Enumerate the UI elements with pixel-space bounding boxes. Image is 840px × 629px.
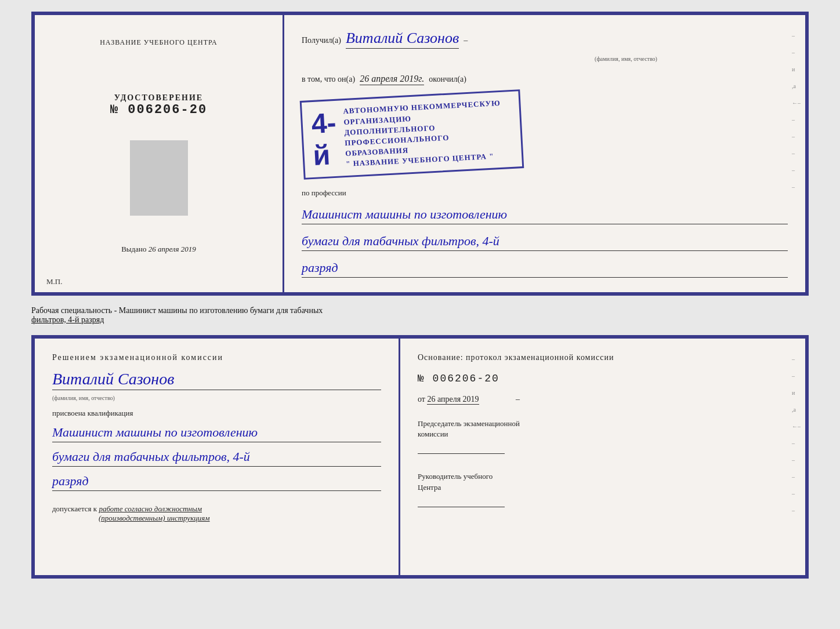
dopuskaetsya-value1: работе согласно должностным <box>99 504 202 513</box>
fio-label-bottom: (фамилия, имя, отчество) <box>52 395 381 401</box>
bottom-certificate: Решением экзаменационной комиссии Витали… <box>31 335 809 579</box>
rukovoditel-block: Руководитель учебного Центра <box>418 471 788 507</box>
person-name-bottom: Виталий Сазонов <box>52 370 381 390</box>
vtom-date: 26 апреля 2019г. <box>360 74 424 85</box>
stamp-block: 4-й АВТОНОМНУЮ НЕКОММЕРЧЕСКУЮ ОРГАНИЗАЦИ… <box>300 89 524 180</box>
dopuskaetsya-value2: (производственным) инструкциям <box>99 514 210 522</box>
vydano-date: 26 апреля 2019 <box>149 245 196 253</box>
okonchil-label: окончил(а) <box>429 75 466 84</box>
training-center-label: НАЗВАНИЕ УЧЕБНОГО ЦЕНТРА <box>100 38 218 47</box>
right-decorative: ––и,а←–––––– <box>792 32 801 190</box>
qual-line2: бумаги для табачных фильтров, 4-й <box>52 447 381 467</box>
rukovoditel-label: Руководитель учебного Центра <box>418 471 788 492</box>
osnovanie-label: Основание: протокол экзаменационной коми… <box>418 353 788 362</box>
rukovoditel-signature-line <box>418 496 505 507</box>
fio-label-top: (фамилия, имя, отчество) <box>464 56 788 62</box>
ot-date-block: от 26 апреля 2019 – <box>418 395 788 404</box>
photo-placeholder <box>130 140 188 216</box>
po-professii-label: по профессии <box>302 188 788 198</box>
qual-line3: разряд <box>52 471 381 491</box>
recipient-name: Виталий Сазонов <box>346 30 459 49</box>
profession-line2: бумаги для табачных фильтров, 4-й <box>302 231 788 251</box>
resheniem-label: Решением экзаменационной комиссии <box>52 353 381 362</box>
predsedatel-block: Председатель экзаменационной комиссии <box>418 419 788 454</box>
profession-line3: разряд <box>302 258 788 278</box>
between-line2: фильтров, 4-й разряд <box>31 315 104 324</box>
udostoverenie-number: № 006206-20 <box>110 103 207 117</box>
right-decorative-bottom: ––и,а←–––––– <box>792 356 801 514</box>
vydano-prefix: Выдано <box>121 245 146 253</box>
predsedatel-label: Председатель экзаменационной комиссии <box>418 419 788 439</box>
bottom-right-page: Основание: протокол экзаменационной коми… <box>400 339 805 575</box>
between-section-text: Рабочая специальность - Машинист машины … <box>31 303 809 328</box>
prisvoena-label: присвоена квалификация <box>52 409 381 418</box>
qual-line1: Машинист машины по изготовлению <box>52 423 381 442</box>
udostoverenie-block: УДОСТОВЕРЕНИЕ № 006206-20 <box>110 93 207 117</box>
ot-date-value: 26 апреля 2019 <box>427 395 479 405</box>
cert-left-page: НАЗВАНИЕ УЧЕБНОГО ЦЕНТРА УДОСТОВЕРЕНИЕ №… <box>35 15 284 292</box>
stamp-number: 4-й <box>310 107 340 172</box>
ot-prefix: от <box>418 395 425 403</box>
bottom-left-page: Решением экзаменационной комиссии Витали… <box>35 339 400 575</box>
mp-label: М.П. <box>46 277 62 286</box>
dopuskaetsya-prefix: допускается к <box>52 504 97 513</box>
top-certificate: НАЗВАНИЕ УЧЕБНОГО ЦЕНТРА УДОСТОВЕРЕНИЕ №… <box>31 12 809 296</box>
profession-line1: Машинист машины по изготовлению <box>302 205 788 224</box>
cert-right-page: Получил(а) Виталий Сазонов – (фамилия, и… <box>284 15 805 292</box>
vtom-prefix: в том, что он(а) <box>302 75 355 84</box>
poluchil-prefix: Получил(а) <box>302 36 341 45</box>
protocol-number: № 006206-20 <box>418 373 788 384</box>
udostoverenie-title: УДОСТОВЕРЕНИЕ <box>110 93 207 103</box>
vydano-line: Выдано 26 апреля 2019 <box>121 245 196 260</box>
between-line1: Рабочая специальность - Машинист машины … <box>31 306 323 315</box>
dopuskaetsya-block: допускается к работе согласно должностны… <box>52 504 381 523</box>
predsedatel-signature-line <box>418 442 505 454</box>
